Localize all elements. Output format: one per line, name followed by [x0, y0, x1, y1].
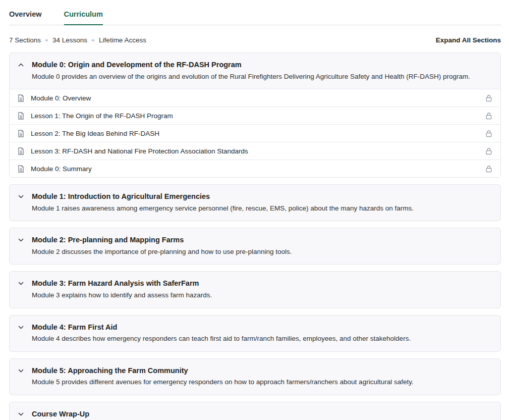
- curriculum-page: Overview Curriculum 7 Sections 34 Lesson…: [0, 0, 509, 420]
- module-header[interactable]: Module 4: Farm First Aid Module 4 descri…: [10, 316, 500, 351]
- lesson-title: Module 0: Overview: [31, 94, 91, 102]
- module-description: Module 0 provides an overview of the ori…: [32, 72, 470, 82]
- module-title: Module 3: Farm Hazard Analysis with Safe…: [32, 279, 212, 289]
- chevron-down-icon: [18, 237, 24, 243]
- module-header[interactable]: Module 0: Origin and Development of the …: [10, 53, 500, 89]
- lock-icon: [485, 112, 492, 120]
- module-header[interactable]: Module 2: Pre-planning and Mapping Farms…: [10, 228, 500, 264]
- document-icon: [18, 112, 24, 120]
- module-description: Module 5 provides different avenues for …: [32, 377, 414, 387]
- lock-icon: [485, 147, 492, 155]
- document-icon: [18, 165, 24, 173]
- lesson-title: Lesson 2: The Big Ideas Behind RF-DASH: [31, 130, 159, 137]
- chevron-down-icon: [18, 324, 24, 331]
- meta-row: 7 Sections 34 Lessons Lifetime Access Ex…: [9, 36, 501, 44]
- lesson-row[interactable]: Lesson 3: RF-DASH and National Fire Prot…: [10, 142, 500, 160]
- course-meta: 7 Sections 34 Lessons Lifetime Access: [9, 36, 146, 44]
- module-text: Module 3: Farm Hazard Analysis with Safe…: [32, 279, 212, 300]
- expand-all-sections-button[interactable]: Expand All Sections: [436, 36, 501, 44]
- module-title: Module 1: Introduction to Agricultural E…: [32, 192, 414, 202]
- sections-count: 7 Sections: [9, 36, 41, 44]
- module-section: Module 0: Origin and Development of the …: [9, 52, 501, 178]
- module-title: Module 2: Pre-planning and Mapping Farms: [32, 235, 292, 245]
- dot-separator: [45, 39, 48, 41]
- module-description: Module 3 explains how to identify and as…: [32, 290, 212, 300]
- module-section: Module 2: Pre-planning and Mapping Farms…: [9, 228, 501, 265]
- module-title: Module 5: Approaching the Farm Community: [32, 366, 414, 376]
- module-header[interactable]: Module 3: Farm Hazard Analysis with Safe…: [10, 272, 500, 307]
- tab-curriculum[interactable]: Curriculum: [64, 7, 103, 25]
- lesson-title: Lesson 3: RF-DASH and National Fire Prot…: [31, 147, 248, 155]
- access-label: Lifetime Access: [99, 36, 146, 44]
- module-header[interactable]: Module 5: Approaching the Farm Community…: [10, 359, 500, 395]
- chevron-down-icon: [18, 411, 24, 417]
- lesson-title: Module 0: Summary: [31, 165, 92, 173]
- document-icon: [18, 130, 24, 137]
- module-text: Module 4: Farm First Aid Module 4 descri…: [32, 323, 411, 344]
- module-text: Course Wrap-Up Please complete all items…: [32, 409, 213, 420]
- tab-bar: Overview Curriculum: [9, 7, 501, 25]
- module-title: Course Wrap-Up: [32, 409, 213, 419]
- chevron-down-icon: [18, 280, 24, 287]
- module-section: Module 3: Farm Hazard Analysis with Safe…: [9, 271, 501, 308]
- module-section: Module 5: Approaching the Farm Community…: [9, 358, 501, 395]
- module-description: Module 1 raises awareness among emergenc…: [32, 203, 414, 214]
- lock-icon: [485, 165, 492, 173]
- module-section: Course Wrap-Up Please complete all items…: [9, 402, 501, 420]
- lesson-row[interactable]: Module 0: Overview: [10, 89, 500, 107]
- chevron-down-icon: [18, 193, 24, 200]
- module-title: Module 0: Origin and Development of the …: [32, 60, 470, 70]
- module-text: Module 2: Pre-planning and Mapping Farms…: [32, 235, 292, 256]
- lock-icon: [485, 94, 492, 102]
- module-text: Module 1: Introduction to Agricultural E…: [32, 192, 414, 213]
- lesson-row[interactable]: Lesson 2: The Big Ideas Behind RF-DASH: [10, 124, 500, 142]
- module-description: Module 2 discusses the importance of pre…: [32, 247, 292, 257]
- tab-overview[interactable]: Overview: [9, 7, 42, 25]
- module-header[interactable]: Module 1: Introduction to Agricultural E…: [10, 185, 500, 221]
- module-header[interactable]: Course Wrap-Up Please complete all items…: [10, 402, 500, 420]
- lesson-row[interactable]: Lesson 1: The Origin of the RF-DASH Prog…: [10, 107, 500, 124]
- lessons-count: 34 Lessons: [52, 36, 87, 44]
- sections-list: Module 0: Origin and Development of the …: [9, 52, 501, 420]
- module-description: Module 4 describes how emergency respond…: [32, 334, 411, 344]
- lesson-list: Module 0: Overview Lesson 1: The Origin …: [10, 89, 500, 177]
- document-icon: [18, 94, 24, 102]
- module-text: Module 0: Origin and Development of the …: [32, 60, 470, 81]
- dot-separator: [92, 39, 94, 41]
- chevron-down-icon: [18, 368, 24, 374]
- lock-icon: [485, 130, 492, 137]
- lesson-title: Lesson 1: The Origin of the RF-DASH Prog…: [31, 112, 173, 120]
- module-title: Module 4: Farm First Aid: [32, 323, 411, 333]
- module-section: Module 4: Farm First Aid Module 4 descri…: [9, 315, 501, 352]
- chevron-up-icon: [18, 62, 24, 68]
- module-section: Module 1: Introduction to Agricultural E…: [9, 184, 501, 221]
- document-icon: [18, 147, 24, 155]
- lesson-row[interactable]: Module 0: Summary: [10, 160, 500, 177]
- module-text: Module 5: Approaching the Farm Community…: [32, 366, 414, 387]
